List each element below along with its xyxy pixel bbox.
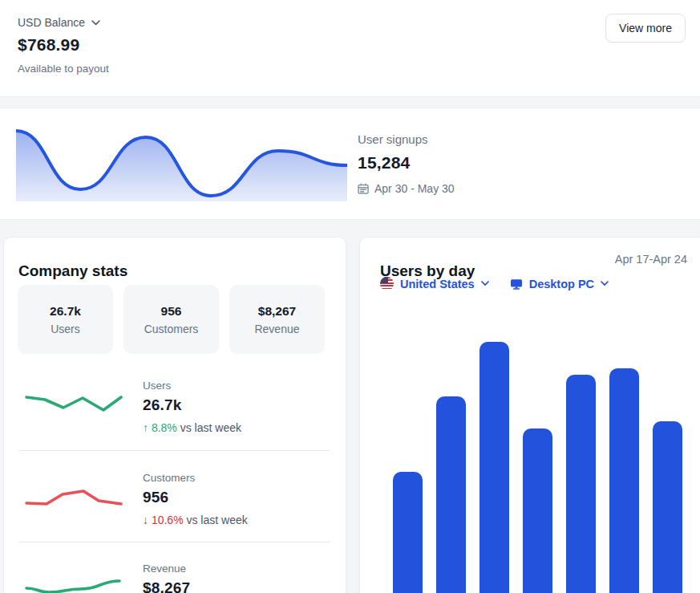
stat-label: Revenue xyxy=(143,563,190,575)
bar xyxy=(653,421,682,593)
us-flag-icon xyxy=(380,277,394,290)
delta-badge: ↑ 8.8% xyxy=(143,421,177,434)
summary-boxes: 26.7k Users 956 Customers $8,267 Revenue xyxy=(18,285,325,354)
summary-label: Customers xyxy=(144,323,199,335)
signups-section: User signups 15,284 Apr 30 - May 30 xyxy=(0,108,700,220)
signups-date-label: Apr 30 - May 30 xyxy=(374,182,455,195)
delta-comparison: vs last week xyxy=(180,421,241,434)
stat-delta-row: ↓ 10.6% vs last week xyxy=(143,514,248,526)
device-filter-label: Desktop PC xyxy=(529,278,594,290)
summary-value: $8,267 xyxy=(258,304,296,319)
desktop-icon xyxy=(510,278,523,290)
users-sparkline xyxy=(25,386,123,418)
currency-selector[interactable]: USD Balance xyxy=(18,16,100,29)
signups-date-range[interactable]: Apr 30 - May 30 xyxy=(358,182,455,195)
users-by-day-date-range: Apr 17-Apr 24 xyxy=(615,253,687,266)
signups-area-chart xyxy=(16,116,347,201)
bar xyxy=(609,368,639,593)
stat-value: 26.7k xyxy=(143,396,241,414)
signups-info: User signups 15,284 Apr 30 - May 30 xyxy=(358,132,455,195)
users-by-day-bar-chart xyxy=(393,342,682,593)
stat-row-customers: Customers 956 ↓ 10.6% vs last week xyxy=(4,462,346,542)
country-filter-dropdown[interactable]: United States xyxy=(380,277,489,290)
filters-row: United States Desktop PC xyxy=(380,277,609,290)
chevron-down-icon xyxy=(601,281,609,286)
bar xyxy=(479,342,509,593)
balance-section: USD Balance $768.99 Available to payout … xyxy=(0,0,700,97)
summary-value: 956 xyxy=(161,304,182,319)
calendar-icon xyxy=(358,183,369,194)
balance-subtitle: Available to payout xyxy=(18,63,109,75)
divider xyxy=(18,450,330,451)
stat-label: Users xyxy=(143,380,241,392)
stat-value: $8,267 xyxy=(143,579,190,593)
summary-box-revenue: $8,267 Revenue xyxy=(229,285,325,354)
summary-label: Users xyxy=(51,323,80,335)
delta-badge: ↓ 10.6% xyxy=(143,514,184,526)
stat-row-revenue: Revenue $8,267 xyxy=(4,553,346,593)
revenue-sparkline xyxy=(25,575,123,593)
area-fill xyxy=(16,131,347,201)
stat-row-users: Users 26.7k ↑ 8.8% vs last week xyxy=(4,370,346,450)
bar xyxy=(566,375,596,593)
company-stats-card: Company stats 26.7k Users 956 Customers … xyxy=(3,237,346,593)
stat-label: Customers xyxy=(143,472,248,484)
country-filter-label: United States xyxy=(400,278,475,290)
summary-value: 26.7k xyxy=(50,304,81,319)
device-filter-dropdown[interactable]: Desktop PC xyxy=(510,278,609,290)
summary-box-users: 26.7k Users xyxy=(18,285,113,354)
bar xyxy=(393,472,423,593)
stat-delta-row: ↑ 8.8% vs last week xyxy=(143,421,241,434)
summary-box-customers: 956 Customers xyxy=(123,285,219,354)
users-by-day-card: Users by day Apr 17-Apr 24 United States… xyxy=(359,237,700,593)
chevron-down-icon xyxy=(481,281,489,286)
signups-count: 15,284 xyxy=(358,153,455,173)
chevron-down-icon xyxy=(91,20,100,26)
currency-label: USD Balance xyxy=(18,16,85,29)
signups-title: User signups xyxy=(358,132,455,146)
stat-value: 956 xyxy=(143,489,248,506)
bar xyxy=(523,429,552,593)
view-more-button[interactable]: View more xyxy=(605,14,686,43)
divider xyxy=(18,542,330,542)
delta-comparison: vs last week xyxy=(186,514,247,526)
summary-label: Revenue xyxy=(254,323,299,335)
balance-amount: $768.99 xyxy=(18,35,79,55)
company-stats-title: Company stats xyxy=(18,262,127,280)
bar xyxy=(436,396,466,593)
customers-sparkline xyxy=(25,482,123,514)
